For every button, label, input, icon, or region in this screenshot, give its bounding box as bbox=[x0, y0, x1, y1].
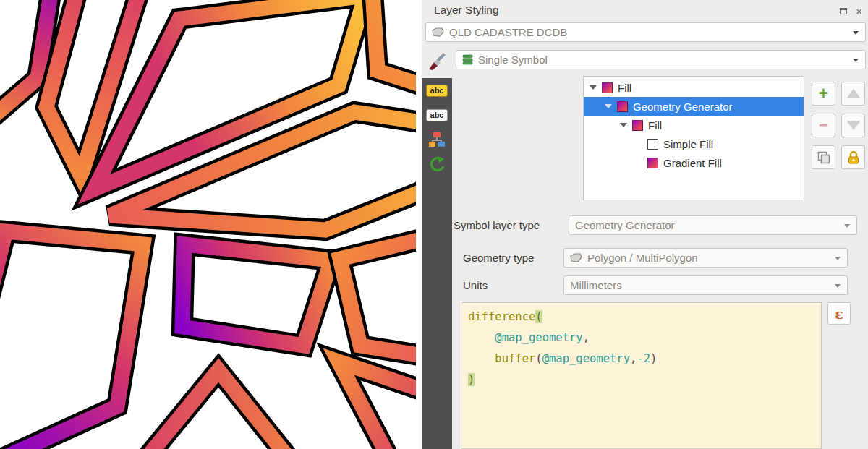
tree-item-label: Fill bbox=[648, 119, 662, 132]
chevron-down-icon bbox=[853, 59, 859, 62]
history-arrow-icon bbox=[428, 156, 446, 172]
chevron-down-icon bbox=[835, 257, 841, 260]
panel-title: Layer Styling bbox=[434, 4, 499, 17]
code-line: buffer(@map_geometry,-2) bbox=[468, 348, 821, 369]
units-value: Millimeters bbox=[570, 279, 622, 291]
diagram-icon bbox=[428, 132, 446, 147]
add-symbol-layer-button[interactable]: + bbox=[812, 82, 835, 106]
lock-color-button[interactable] bbox=[841, 145, 865, 169]
arrow-down-icon bbox=[846, 121, 861, 130]
symbol-swatch bbox=[602, 82, 613, 93]
duplicate-icon bbox=[817, 151, 830, 164]
symbol-layer-type-value: Geometry Generator bbox=[575, 219, 675, 231]
symbol-swatch bbox=[617, 101, 628, 112]
labels-icon: abc bbox=[426, 85, 448, 97]
polygon-geometry-icon bbox=[570, 252, 582, 263]
tree-item-geometry-generator[interactable]: Geometry Generator bbox=[584, 97, 804, 116]
units-select[interactable]: Millimeters bbox=[563, 275, 848, 295]
tree-item-simple-fill[interactable]: Simple Fill bbox=[584, 134, 804, 153]
tree-item-fill[interactable]: Fill bbox=[584, 78, 804, 97]
expression-editor[interactable]: difference( @map_geometry, buffer(@map_g… bbox=[461, 302, 822, 449]
tab-diagrams[interactable] bbox=[422, 127, 452, 152]
map-canvas[interactable] bbox=[0, 0, 416, 449]
expander-icon[interactable] bbox=[620, 123, 627, 127]
renderer-selector-value: Single Symbol bbox=[478, 54, 548, 66]
tab-masks[interactable]: abc bbox=[422, 103, 452, 127]
arrow-up-icon bbox=[846, 89, 861, 98]
code-line: @map_geometry, bbox=[468, 328, 821, 348]
geometry-type-value: Polygon / MultiPolygon bbox=[587, 252, 698, 264]
tab-labels[interactable]: abc bbox=[422, 78, 452, 103]
chevron-down-icon bbox=[844, 224, 850, 228]
chevron-down-icon bbox=[835, 284, 841, 288]
remove-symbol-layer-button[interactable]: − bbox=[812, 114, 835, 137]
layer-styling-panel: Layer Styling × QLD CADASTRE DCDB bbox=[416, 0, 868, 449]
map-svg bbox=[0, 0, 416, 449]
move-up-button[interactable] bbox=[841, 82, 865, 106]
tree-item-fill[interactable]: Fill bbox=[584, 116, 804, 134]
lock-icon bbox=[847, 150, 860, 165]
tree-item-label: Fill bbox=[618, 82, 631, 94]
qgis-window: Layer Styling × QLD CADASTRE DCDB bbox=[0, 0, 868, 449]
expander-icon[interactable] bbox=[590, 85, 597, 90]
layer-selector[interactable]: QLD CADASTRE DCDB bbox=[425, 22, 866, 42]
move-down-button[interactable] bbox=[841, 114, 865, 137]
tab-symbology[interactable] bbox=[422, 45, 452, 78]
geometry-type-label: Geometry type bbox=[463, 252, 534, 264]
single-symbol-icon bbox=[462, 54, 473, 65]
paintbrush-icon bbox=[427, 52, 446, 71]
expander-icon[interactable] bbox=[605, 104, 612, 108]
tree-item-label: Gradient Fill bbox=[663, 157, 722, 169]
expression-builder-button[interactable]: ε bbox=[827, 302, 851, 325]
polygon-layer-icon bbox=[432, 27, 444, 38]
tree-item-label: Simple Fill bbox=[663, 138, 713, 150]
symbol-layer-type-select[interactable]: Geometry Generator bbox=[569, 215, 857, 235]
tab-history[interactable] bbox=[422, 152, 452, 176]
tree-item-gradient-fill[interactable]: Gradient Fill bbox=[584, 153, 804, 172]
chevron-down-icon bbox=[853, 31, 859, 35]
symbol-swatch bbox=[647, 158, 658, 168]
code-line: ) bbox=[468, 369, 821, 390]
layer-selector-value: QLD CADASTRE DCDB bbox=[449, 26, 567, 38]
renderer-selector[interactable]: Single Symbol bbox=[456, 50, 866, 69]
code-line: difference( bbox=[468, 307, 821, 328]
geometry-type-select[interactable]: Polygon / MultiPolygon bbox=[563, 248, 848, 268]
symbol-tree[interactable]: FillGeometry GeneratorFillSimple FillGra… bbox=[583, 76, 804, 200]
tree-item-label: Geometry Generator bbox=[633, 101, 733, 113]
mask-icon: abc bbox=[426, 109, 448, 121]
symbol-layer-type-label: Symbol layer type bbox=[454, 219, 540, 231]
duplicate-symbol-layer-button[interactable] bbox=[812, 145, 835, 169]
styling-tabstrip: abc abc bbox=[422, 45, 452, 449]
symbol-swatch bbox=[632, 120, 643, 131]
undock-icon[interactable] bbox=[840, 4, 847, 17]
units-label: Units bbox=[463, 279, 488, 291]
dock-buttons: × bbox=[840, 4, 862, 17]
close-icon[interactable]: × bbox=[856, 6, 862, 17]
symbol-swatch bbox=[647, 139, 658, 150]
